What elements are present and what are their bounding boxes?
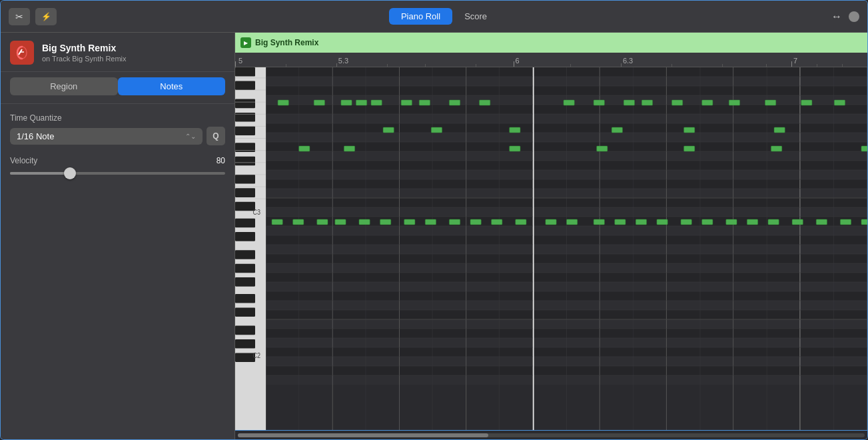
note[interactable] [299, 146, 310, 151]
note[interactable] [401, 100, 412, 105]
note[interactable] [861, 219, 867, 225]
svg-rect-2 [235, 67, 266, 430]
note[interactable] [726, 219, 737, 225]
note[interactable] [371, 100, 382, 105]
q-button[interactable]: Q [207, 127, 225, 145]
tick-7 [791, 61, 792, 67]
note[interactable] [272, 219, 282, 225]
top-bar: ✂ ⚡ Piano Roll Score ↔ [1, 1, 867, 33]
svg-rect-20 [235, 326, 255, 335]
note[interactable] [624, 100, 634, 105]
note[interactable] [359, 219, 370, 225]
note[interactable] [768, 219, 779, 225]
note[interactable] [771, 146, 782, 151]
svg-rect-3 [235, 67, 255, 77]
note[interactable] [765, 100, 775, 105]
note[interactable] [383, 127, 394, 133]
note[interactable] [356, 100, 366, 105]
quantize-select[interactable]: 1/16 Note ⌃⌄ [10, 128, 203, 145]
sub-tick-3 [425, 64, 426, 67]
note[interactable] [546, 219, 556, 225]
note[interactable] [380, 219, 391, 225]
sub-tick-5 [570, 64, 571, 67]
note[interactable] [510, 127, 520, 133]
note[interactable] [672, 100, 683, 105]
note[interactable] [594, 100, 604, 105]
note[interactable] [816, 219, 827, 225]
note[interactable] [314, 100, 324, 105]
note[interactable] [564, 100, 574, 105]
region-toggle-btn[interactable]: Region [10, 77, 118, 95]
note[interactable] [594, 219, 604, 225]
note[interactable] [747, 219, 757, 225]
note[interactable] [317, 219, 328, 225]
svg-rect-5 [235, 99, 255, 109]
note[interactable] [510, 146, 520, 151]
velocity-slider-thumb[interactable] [64, 167, 76, 179]
note[interactable] [431, 127, 442, 133]
note[interactable] [492, 219, 502, 225]
quantize-arrows: ⌃⌄ [185, 133, 196, 140]
note[interactable] [480, 100, 490, 105]
note[interactable] [567, 219, 578, 225]
note[interactable] [612, 127, 622, 133]
note[interactable] [335, 219, 346, 225]
record-button[interactable] [849, 11, 859, 22]
region-play-button[interactable]: ▶ [240, 37, 251, 48]
track-title: Big Synth Remix [42, 43, 127, 53]
note[interactable] [516, 219, 526, 225]
velocity-slider-fill [10, 172, 70, 175]
note[interactable] [801, 100, 812, 105]
note[interactable] [341, 100, 352, 105]
note[interactable] [657, 219, 667, 225]
velocity-slider[interactable] [10, 172, 225, 175]
note[interactable] [615, 219, 626, 225]
svg-rect-14 [235, 232, 255, 241]
sub-tick-4 [476, 64, 476, 67]
svg-rect-17 [235, 277, 255, 287]
note[interactable] [840, 219, 851, 225]
note[interactable] [774, 127, 785, 133]
score-tab[interactable]: Score [452, 8, 499, 25]
velocity-row: Velocity 80 [10, 156, 225, 165]
scrollbar-thumb[interactable] [238, 433, 488, 437]
note[interactable] [702, 219, 713, 225]
note[interactable] [470, 219, 481, 225]
note[interactable] [792, 219, 803, 225]
note[interactable] [681, 219, 691, 225]
note[interactable] [404, 219, 415, 225]
svg-text:C2: C2 [252, 352, 260, 360]
note[interactable] [278, 100, 288, 105]
note[interactable] [425, 219, 436, 225]
scrollbar-track[interactable] [238, 433, 865, 437]
note[interactable] [344, 146, 354, 151]
notes-toggle-btn[interactable]: Notes [118, 77, 226, 95]
note[interactable] [449, 100, 460, 105]
note[interactable] [684, 146, 695, 151]
note[interactable] [636, 219, 646, 225]
note[interactable] [642, 100, 652, 105]
note[interactable] [293, 219, 304, 225]
quantize-icon[interactable]: ⚡ [35, 8, 57, 25]
sub-tick-7 [722, 64, 723, 67]
ruler-mark-7: 7 [791, 57, 797, 65]
note[interactable] [834, 100, 845, 105]
scissors-icon[interactable]: ✂ [9, 8, 30, 25]
sub-tick-1 [286, 64, 286, 67]
bottom-scrollbar[interactable] [235, 430, 867, 439]
note[interactable] [449, 219, 460, 225]
svg-rect-7 [235, 126, 255, 135]
note[interactable] [597, 146, 608, 151]
note[interactable] [861, 146, 867, 151]
note[interactable] [419, 100, 430, 105]
quantize-value: 1/16 Note [17, 131, 54, 141]
note[interactable] [702, 100, 713, 105]
note[interactable] [729, 100, 739, 105]
piano-grid-area: C3 C2 [235, 67, 867, 430]
note[interactable] [684, 127, 695, 133]
piano-svg: C3 C2 [235, 67, 266, 430]
piano-grid[interactable] [266, 67, 867, 430]
resize-icon[interactable]: ↔ [831, 11, 842, 23]
ruler-mark-5: 5 [236, 57, 242, 65]
piano-roll-tab[interactable]: Piano Roll [389, 8, 452, 25]
